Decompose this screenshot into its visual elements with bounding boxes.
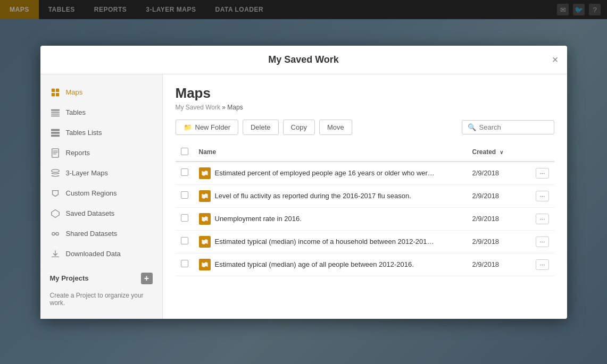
row-checkbox-cell-3: [176, 230, 194, 253]
modal-overlay: My Saved Work × Maps Table: [0, 0, 607, 364]
tables-icon: [50, 107, 61, 118]
sidebar-item-tables-lists[interactable]: Tables Lists: [40, 123, 162, 143]
row-created-4: 2/9/2018: [467, 253, 530, 276]
row-actions-button-0[interactable]: ···: [536, 168, 548, 179]
col-check-header: [176, 143, 194, 162]
row-name-cell-2: Unemployment rate in 2016.: [194, 207, 467, 230]
svg-rect-0: [51, 88, 54, 91]
sidebar-item-maps[interactable]: Maps: [40, 82, 162, 103]
row-checkbox-cell-1: [176, 184, 194, 207]
row-actions-button-3[interactable]: ···: [536, 236, 548, 247]
projects-empty-message: Create a Project to organize your work.: [40, 287, 162, 311]
svg-rect-10: [51, 134, 59, 137]
col-name-header: Name: [194, 143, 467, 162]
items-table: Name Created ∨: [176, 143, 554, 276]
row-name-3[interactable]: Estimated typical (median) income of a h…: [215, 238, 434, 246]
row-checkbox-cell-4: [176, 253, 194, 276]
sidebar: Maps Tables Tables Lists: [40, 74, 163, 319]
row-name-1[interactable]: Level of flu activity as reported during…: [215, 192, 411, 200]
svg-rect-13: [53, 152, 57, 153]
svg-point-17: [55, 232, 58, 235]
sidebar-item-saved-datasets[interactable]: Saved Datasets: [40, 204, 162, 224]
move-button[interactable]: Move: [319, 120, 352, 135]
select-all-checkbox[interactable]: [181, 148, 188, 155]
breadcrumb-current: Maps: [227, 104, 243, 111]
sidebar-tables-lists-label: Tables Lists: [66, 129, 102, 137]
breadcrumb-root[interactable]: My Saved Work: [176, 104, 220, 111]
table-body: Estimated percent of employed people age…: [176, 162, 554, 276]
map-thumb-icon-1: [199, 190, 211, 202]
sidebar-item-custom-regions[interactable]: Custom Regions: [40, 183, 162, 204]
row-created-1: 2/9/2018: [467, 184, 530, 207]
copy-button[interactable]: Copy: [283, 120, 315, 135]
row-name-0[interactable]: Estimated percent of employed people age…: [215, 169, 435, 177]
add-project-button[interactable]: +: [141, 273, 153, 284]
breadcrumb: My Saved Work » Maps: [176, 104, 554, 111]
new-folder-button[interactable]: 📁 New Folder: [176, 120, 238, 135]
svg-rect-12: [53, 150, 57, 151]
folder-icon: 📁: [184, 123, 192, 131]
delete-button[interactable]: Delete: [243, 120, 279, 135]
modal-body: Maps Tables Tables Lists: [40, 74, 567, 319]
table-row: Estimated percent of employed people age…: [176, 162, 554, 185]
sidebar-reports-label: Reports: [66, 149, 90, 157]
search-icon: 🔍: [468, 123, 476, 131]
table-row: Unemployment rate in 2016. 2/9/2018 ···: [176, 207, 554, 230]
sidebar-item-shared-datasets[interactable]: Shared Datasets: [40, 224, 162, 244]
tables-lists-icon: [50, 128, 61, 138]
row-created-2: 2/9/2018: [467, 207, 530, 230]
table-row: Estimated typical (median) age of all pe…: [176, 253, 554, 276]
map-thumb-icon-3: [199, 236, 211, 248]
row-checkbox-cell-2: [176, 207, 194, 230]
modal-close-button[interactable]: ×: [552, 54, 559, 66]
col-created-header[interactable]: Created ∨: [467, 143, 530, 162]
row-checkbox-4[interactable]: [181, 260, 188, 267]
map-thumb-icon-0: [199, 167, 211, 179]
row-actions-cell-2: ···: [530, 207, 554, 230]
my-projects-title: My Projects: [50, 274, 89, 282]
row-name-cell-4: Estimated typical (median) age of all pe…: [194, 253, 467, 276]
row-actions-button-4[interactable]: ···: [536, 259, 548, 270]
my-projects-section: My Projects +: [40, 264, 162, 287]
3layer-icon: [50, 168, 61, 179]
svg-rect-5: [51, 112, 59, 113]
row-actions-cell-0: ···: [530, 162, 554, 185]
table-row: Estimated typical (median) income of a h…: [176, 230, 554, 253]
toolbar: 📁 New Folder Delete Copy Move 🔍: [176, 120, 554, 135]
search-input[interactable]: [479, 123, 548, 131]
row-checkbox-cell-0: [176, 162, 194, 185]
downloaded-data-icon: [50, 249, 61, 259]
svg-rect-9: [51, 132, 59, 134]
shared-datasets-icon: [50, 228, 61, 239]
sidebar-downloaded-data-label: Downloaded Data: [66, 250, 121, 258]
row-actions-cell-4: ···: [530, 253, 554, 276]
row-checkbox-1[interactable]: [181, 191, 188, 199]
svg-rect-3: [55, 92, 59, 96]
svg-rect-2: [51, 92, 54, 96]
table-header-row: Name Created ∨: [176, 143, 554, 162]
modal-title: My Saved Work: [268, 54, 339, 65]
col-actions-header: [530, 143, 554, 162]
row-checkbox-3[interactable]: [181, 237, 188, 244]
svg-rect-7: [51, 115, 59, 116]
svg-rect-11: [52, 148, 59, 157]
map-thumb-icon-4: [199, 259, 211, 270]
row-actions-button-2[interactable]: ···: [536, 214, 548, 224]
row-name-cell-1: Level of flu activity as reported during…: [194, 184, 467, 207]
sidebar-item-reports[interactable]: Reports: [40, 143, 162, 163]
row-checkbox-2[interactable]: [181, 214, 188, 222]
sidebar-item-downloaded-data[interactable]: Downloaded Data: [40, 244, 162, 264]
row-name-4[interactable]: Estimated typical (median) age of all pe…: [215, 260, 414, 268]
saved-datasets-icon: [50, 208, 61, 219]
row-checkbox-0[interactable]: [181, 168, 188, 176]
sidebar-item-tables[interactable]: Tables: [40, 103, 162, 123]
svg-point-16: [52, 232, 54, 235]
row-actions-button-1[interactable]: ···: [536, 191, 548, 201]
modal: My Saved Work × Maps Table: [40, 46, 567, 319]
sidebar-item-3layer[interactable]: 3-Layer Maps: [40, 163, 162, 183]
sidebar-3layer-label: 3-Layer Maps: [66, 169, 108, 177]
row-name-2[interactable]: Unemployment rate in 2016.: [215, 215, 302, 223]
sidebar-shared-datasets-label: Shared Datasets: [66, 230, 118, 238]
row-created-3: 2/9/2018: [467, 230, 530, 253]
row-created-0: 2/9/2018: [467, 162, 530, 185]
